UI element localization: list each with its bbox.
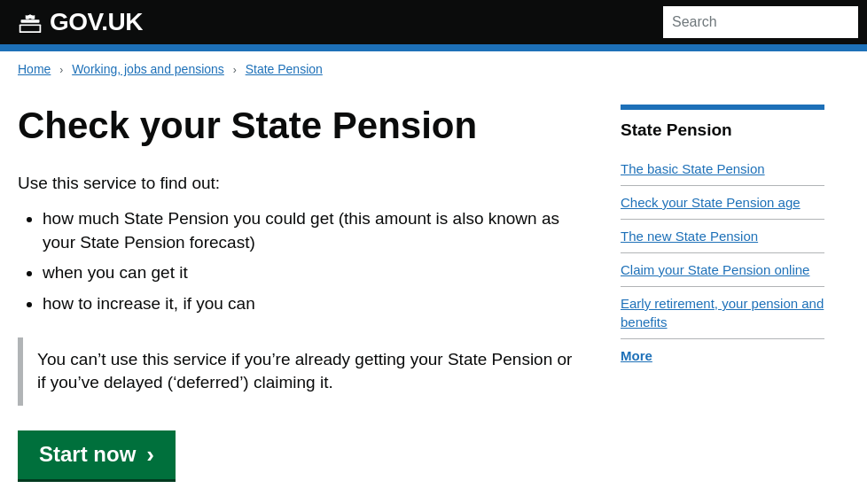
sidebar: State Pension The basic State Pension Ch… [621, 105, 824, 482]
crown-icon [18, 12, 43, 32]
gov-uk-logo[interactable]: GOV.UK [0, 0, 160, 44]
sidebar-link-claim[interactable]: Claim your State Pension online [621, 253, 824, 286]
sidebar-accent-bar [621, 105, 824, 110]
sidebar-item-claim: Claim your State Pension online [621, 253, 824, 287]
breadcrumb-separator-1: › [59, 64, 63, 76]
sidebar-more-link[interactable]: More [621, 339, 824, 372]
search-container [654, 0, 867, 44]
warning-text: You can’t use this service if you’re alr… [37, 350, 572, 392]
bullet-item-2: when you can get it [43, 261, 594, 285]
breadcrumb: Home › Working, jobs and pensions › Stat… [0, 51, 867, 87]
sidebar-title: State Pension [621, 120, 824, 140]
svg-rect-2 [21, 26, 40, 31]
description-text: Use this service to find out: [18, 174, 594, 193]
sidebar-item-age: Check your State Pension age [621, 186, 824, 220]
sidebar-item-early-retirement: Early retirement, your pension and benef… [621, 287, 824, 339]
sidebar-link-basic[interactable]: The basic State Pension [621, 152, 824, 185]
sidebar-item-new: The new State Pension [621, 220, 824, 253]
breadcrumb-home[interactable]: Home [18, 62, 51, 76]
bullet-list: how much State Pension you could get (th… [18, 207, 594, 315]
header-accent-bar [0, 44, 867, 51]
sidebar-link-early-retirement[interactable]: Early retirement, your pension and benef… [621, 287, 824, 338]
site-name: GOV.UK [50, 8, 143, 36]
breadcrumb-state-pension[interactable]: State Pension [246, 62, 323, 76]
svg-rect-0 [21, 19, 40, 23]
start-now-button[interactable]: Start now › [18, 430, 176, 482]
site-header: GOV.UK [0, 0, 867, 44]
sidebar-link-new[interactable]: The new State Pension [621, 220, 824, 252]
sidebar-link-age[interactable]: Check your State Pension age [621, 186, 824, 219]
start-arrow-icon: › [146, 441, 154, 469]
main-content: Check your State Pension Use this servic… [18, 105, 621, 482]
main-container: Check your State Pension Use this servic… [0, 87, 867, 504]
breadcrumb-separator-2: › [233, 64, 237, 76]
start-button-label: Start now [39, 442, 136, 467]
bullet-item-3: how to increase it, if you can [43, 292, 594, 316]
search-input[interactable] [663, 6, 858, 38]
page-title: Check your State Pension [18, 105, 594, 147]
breadcrumb-working-jobs[interactable]: Working, jobs and pensions [72, 62, 224, 76]
bullet-item-1: how much State Pension you could get (th… [43, 207, 594, 254]
warning-box: You can’t use this service if you’re alr… [18, 337, 594, 406]
sidebar-nav: The basic State Pension Check your State… [621, 152, 824, 339]
sidebar-item-basic: The basic State Pension [621, 152, 824, 186]
